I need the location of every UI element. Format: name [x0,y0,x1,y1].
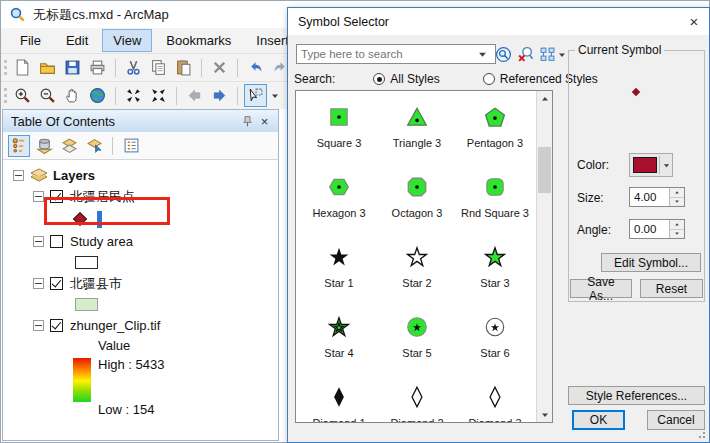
reset-button[interactable]: Reset [640,279,703,298]
polygon-symbol-swatch[interactable] [75,256,98,269]
list-by-selection-icon[interactable] [83,135,105,157]
menu-view[interactable]: View [102,29,152,52]
angle-value[interactable]: 0.00 [630,220,669,238]
symbol-item[interactable]: Star 1 [300,239,378,309]
symbol-item[interactable]: Star 6 [456,309,534,379]
expand-collapse-icon[interactable] [33,278,44,289]
symbol-item[interactable]: Triangle 3 [378,99,456,169]
expand-collapse-icon[interactable] [33,320,44,331]
zoom-out-icon[interactable] [36,84,59,107]
layer-symbol-row[interactable] [3,207,278,231]
search-input[interactable] [296,44,496,64]
list-by-visibility-icon[interactable] [58,135,80,157]
menu-edit[interactable]: Edit [55,29,99,52]
menu-file[interactable]: File [9,29,52,52]
toc-options-icon[interactable] [120,135,142,157]
delete-icon[interactable] [208,56,231,79]
layer-checkbox[interactable] [50,235,63,248]
pin-icon[interactable] [239,113,256,129]
symbol-item[interactable]: Pentagon 3 [456,99,534,169]
pan-icon[interactable] [61,84,84,107]
layer-symbol-row[interactable] [3,252,278,273]
undo-icon[interactable] [244,56,267,79]
tree-item-layer[interactable]: 北疆县市 [3,273,278,294]
layer-checkbox[interactable] [50,190,63,203]
ok-button[interactable]: OK [572,410,625,430]
symbol-item[interactable]: Star 2 [378,239,456,309]
symbol-item[interactable]: Octagon 3 [378,169,456,239]
zoom-in-icon[interactable] [11,84,34,107]
new-document-icon[interactable] [11,56,34,79]
symbol-item[interactable]: Rnd Square 3 [456,169,534,239]
radio-all-styles-label[interactable]: All Styles [390,72,439,86]
edit-symbol-button[interactable]: Edit Symbol... [601,253,701,272]
scroll-down-icon[interactable] [537,407,552,422]
angle-stepper[interactable]: 0.00 [629,219,685,239]
tree-label[interactable]: 北疆居民点 [70,188,135,206]
size-value[interactable]: 4.00 [630,188,669,206]
open-folder-icon[interactable] [36,56,59,79]
layer-checkbox[interactable] [50,319,63,332]
size-down-icon[interactable] [670,198,684,207]
toc-close-button[interactable]: × [256,113,273,129]
search-button[interactable] [494,45,513,64]
style-view-dropdown-icon[interactable] [556,49,568,61]
paste-icon[interactable] [172,56,195,79]
tree-item-layer[interactable]: 北疆居民点 [3,186,278,207]
fixed-zoom-out-icon[interactable] [147,84,170,107]
radio-referenced-styles[interactable] [483,73,495,85]
menu-bookmarks[interactable]: Bookmarks [155,29,242,52]
symbol-list-scrollbar[interactable] [536,91,552,422]
expand-collapse-icon[interactable] [33,191,44,202]
forward-arrow-icon[interactable] [208,84,231,107]
expand-collapse-icon[interactable] [33,236,44,247]
dialog-close-button[interactable]: × [679,8,709,35]
tree-label[interactable]: zhunger_Clip.tif [70,318,160,333]
style-references-button[interactable]: Style References... [568,386,705,405]
polygon-symbol-swatch[interactable] [75,298,98,311]
tree-label[interactable]: Layers [53,168,95,183]
fixed-zoom-in-icon[interactable] [122,84,145,107]
symbol-item[interactable]: Square 3 [300,99,378,169]
symbol-item[interactable]: Star 4 [300,309,378,379]
full-extent-icon[interactable] [86,84,109,107]
back-arrow-icon[interactable] [183,84,206,107]
angle-down-icon[interactable] [670,230,684,239]
cancel-button[interactable]: Cancel [647,410,705,430]
layer-symbol-row[interactable] [3,294,278,315]
search-combo-dropdown-icon[interactable] [474,46,490,62]
size-stepper[interactable]: 4.00 [629,187,685,207]
expand-collapse-icon[interactable] [13,170,24,181]
cut-icon[interactable] [122,56,145,79]
symbol-item[interactable]: Hexagon 3 [300,169,378,239]
tree-item-layers[interactable]: Layers [3,165,278,186]
resize-grip[interactable] [698,431,706,439]
scroll-up-icon[interactable] [537,91,552,106]
list-by-drawing-order-icon[interactable] [8,135,30,157]
symbol-item[interactable]: Diamond 1 [300,379,378,423]
clear-search-icon[interactable] [516,45,535,64]
size-up-icon[interactable] [670,188,684,198]
save-icon[interactable] [61,56,84,79]
scroll-thumb[interactable] [538,147,551,193]
tree-label[interactable]: 北疆县市 [70,275,122,293]
symbol-item[interactable]: Diamond 3 [456,379,534,423]
list-by-source-icon[interactable] [33,135,55,157]
symbol-item[interactable]: Star 3 [456,239,534,309]
copy-icon[interactable] [147,56,170,79]
angle-up-icon[interactable] [670,220,684,230]
save-as-button[interactable]: Save As... [570,279,632,298]
symbol-item[interactable]: Star 5 [378,309,456,379]
color-picker-button[interactable] [629,153,673,177]
tree-item-layer[interactable]: Study area [3,231,278,252]
dropdown-caret-icon[interactable] [269,92,280,100]
symbol-item[interactable]: Diamond 2 [378,379,456,423]
point-symbol-swatch[interactable] [73,212,87,226]
select-elements-icon[interactable] [244,84,267,107]
tree-label[interactable]: Study area [70,234,133,249]
print-icon[interactable] [86,56,109,79]
radio-all-styles[interactable] [373,73,385,85]
tree-item-layer[interactable]: zhunger_Clip.tif [3,315,278,336]
layer-checkbox[interactable] [50,277,63,290]
style-view-icon[interactable] [538,45,557,64]
